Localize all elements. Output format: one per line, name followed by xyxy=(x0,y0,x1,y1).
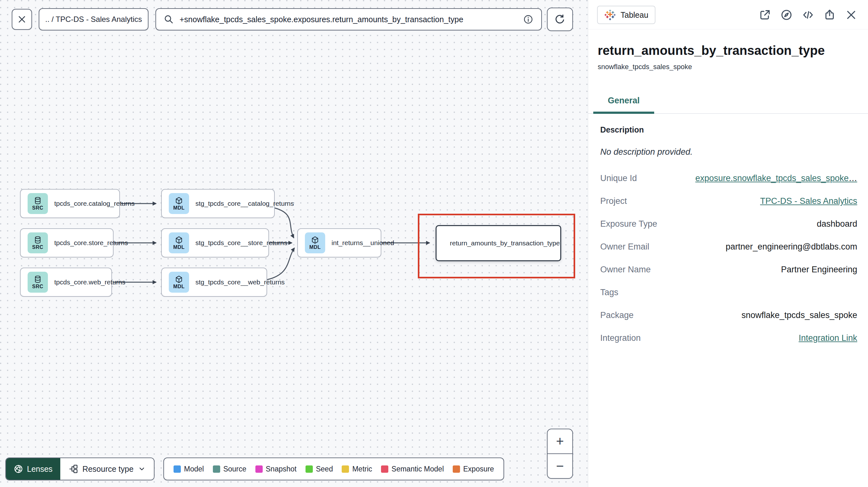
chevron-down-icon xyxy=(138,465,146,473)
external-link-icon xyxy=(759,9,771,21)
snapshot-swatch xyxy=(255,465,263,473)
node-model-stg-store-returns[interactable]: MDL stg_tpcds_core__store_returns xyxy=(161,228,269,257)
zoom-in-button[interactable]: + xyxy=(548,429,572,454)
field-row-tags: Tags xyxy=(600,288,857,311)
lenses-control-group: Lenses Resource type xyxy=(5,457,155,480)
node-label: stg_tpcds_core__catalog_returns xyxy=(195,200,294,207)
field-value: snowflake_tpcds_sales_spoke xyxy=(741,311,857,320)
tab-active-underline xyxy=(593,111,654,114)
legend-label: Exposure xyxy=(463,465,494,474)
close-icon xyxy=(845,9,857,21)
open-external-button[interactable] xyxy=(759,9,771,21)
chip-badge: MDL xyxy=(173,284,185,290)
node-label: stg_tpcds_core__store_returns xyxy=(195,239,287,247)
field-label: Owner Email xyxy=(600,242,649,252)
node-model-stg-catalog-returns[interactable]: MDL stg_tpcds_core__catalog_returns xyxy=(161,189,275,218)
close-icon xyxy=(17,14,27,24)
field-row-package: Package snowflake_tpcds_sales_spoke xyxy=(600,311,857,333)
code-button[interactable] xyxy=(802,9,814,21)
semantic-model-swatch xyxy=(381,465,388,473)
field-value: partner_engineering@dbtlabs.com xyxy=(725,242,857,252)
legend-item-source: Source xyxy=(213,465,247,474)
metric-swatch xyxy=(342,465,349,473)
compass-icon xyxy=(780,9,793,21)
truncation-ellipsis: … xyxy=(849,173,857,183)
node-source-web-returns[interactable]: SRC tpcds_core.web_returns xyxy=(20,268,112,297)
share-icon xyxy=(824,9,836,21)
cube-icon xyxy=(175,236,183,244)
chip-badge: MDL xyxy=(309,245,321,250)
model-chip: MDL xyxy=(305,232,325,253)
lineage-canvas[interactable]: .. / TPC-DS - Sales Analytics +snowflake… xyxy=(0,0,588,487)
seed-swatch xyxy=(306,465,313,473)
share-button[interactable] xyxy=(824,9,836,21)
field-label: Owner Name xyxy=(600,265,651,274)
tableau-badge-label: Tableau xyxy=(621,10,648,20)
description-heading: Description xyxy=(600,125,857,134)
package-subtitle: snowflake_tpcds_sales_spoke xyxy=(598,63,857,71)
field-row-integration: Integration Integration Link xyxy=(600,333,857,356)
source-chip: SRC xyxy=(28,193,48,214)
tableau-source-badge: Tableau xyxy=(597,6,655,24)
search-input[interactable]: +snowflake_tpcds_sales_spoke.exposures.r… xyxy=(155,8,542,30)
explore-button[interactable] xyxy=(780,9,793,21)
close-lineage-button[interactable] xyxy=(12,9,32,30)
field-value: exposure.snowflake_tpcds_sales_spoke xyxy=(695,173,849,183)
panel-header: Tableau xyxy=(588,0,868,30)
cube-icon xyxy=(175,275,183,284)
code-icon xyxy=(802,9,814,21)
fields-list: Unique Id exposure.snowflake_tpcds_sales… xyxy=(600,173,857,356)
chip-badge: SRC xyxy=(32,205,43,211)
exposure-swatch xyxy=(453,465,460,473)
node-label: tpcds_core.web_returns xyxy=(54,279,125,286)
legend-item-exposure: Exposure xyxy=(453,465,494,474)
field-label: Tags xyxy=(600,288,618,297)
refresh-icon xyxy=(554,13,566,25)
integration-link[interactable]: Integration Link xyxy=(799,333,857,343)
node-label: tpcds_core.store_returns xyxy=(54,239,128,247)
field-row-owner-name: Owner Name Partner Engineering xyxy=(600,265,857,288)
chip-badge: MDL xyxy=(173,205,185,211)
field-value: dashboard xyxy=(816,219,857,229)
legend-label: Model xyxy=(184,465,204,474)
legend-item-metric: Metric xyxy=(342,465,372,474)
lenses-label: Lenses xyxy=(27,464,53,474)
legend-label: Semantic Model xyxy=(392,465,444,474)
details-panel: Tableau return_amounts_by_transaction_ty… xyxy=(588,0,868,487)
info-icon[interactable] xyxy=(523,14,534,25)
project-link[interactable]: TPC-DS - Sales Analytics xyxy=(760,196,857,206)
chip-badge: SRC xyxy=(32,245,43,250)
node-model-int-returns-unioned[interactable]: MDL int_returns__unioned xyxy=(297,228,381,257)
zoom-out-button[interactable]: − xyxy=(548,454,572,478)
resource-type-dropdown[interactable]: Resource type xyxy=(60,458,154,480)
unique-id-link[interactable]: exposure.snowflake_tpcds_sales_spoke… xyxy=(695,173,857,183)
field-label: Integration xyxy=(600,333,641,343)
legend-label: Source xyxy=(223,465,247,474)
search-icon xyxy=(164,14,174,24)
resource-type-label: Resource type xyxy=(83,464,133,474)
refresh-button[interactable] xyxy=(547,8,573,31)
node-source-store-returns[interactable]: SRC tpcds_core.store_returns xyxy=(20,228,114,257)
field-value: Partner Engineering xyxy=(781,265,857,274)
node-source-catalog-returns[interactable]: SRC tpcds_core.catalog_returns xyxy=(20,189,120,218)
cube-icon xyxy=(175,197,183,205)
breadcrumb[interactable]: .. / TPC-DS - Sales Analytics xyxy=(39,8,149,30)
zoom-in-glyph: + xyxy=(556,434,564,449)
zoom-out-glyph: − xyxy=(556,458,564,474)
description-empty-text: No description provided. xyxy=(600,147,857,157)
model-swatch xyxy=(174,465,181,473)
cube-icon xyxy=(311,236,319,244)
node-exposure-return-amounts[interactable]: return_amounts_by_transaction_type xyxy=(436,225,561,261)
source-chip: SRC xyxy=(28,272,48,293)
close-panel-button[interactable] xyxy=(845,9,857,21)
legend-item-model: Model xyxy=(174,465,204,474)
lenses-button[interactable]: Lenses xyxy=(6,458,60,480)
legend-item-semantic-model: Semantic Model xyxy=(381,465,444,474)
node-model-stg-web-returns[interactable]: MDL stg_tpcds_core__web_returns xyxy=(161,268,267,297)
tab-general[interactable]: General xyxy=(593,96,654,114)
database-icon xyxy=(34,275,42,284)
legend-item-snapshot: Snapshot xyxy=(255,465,297,474)
breadcrumb-label: .. / TPC-DS - Sales Analytics xyxy=(45,15,142,24)
panel-header-icons xyxy=(759,9,857,21)
panel-tabs: General xyxy=(588,96,868,114)
